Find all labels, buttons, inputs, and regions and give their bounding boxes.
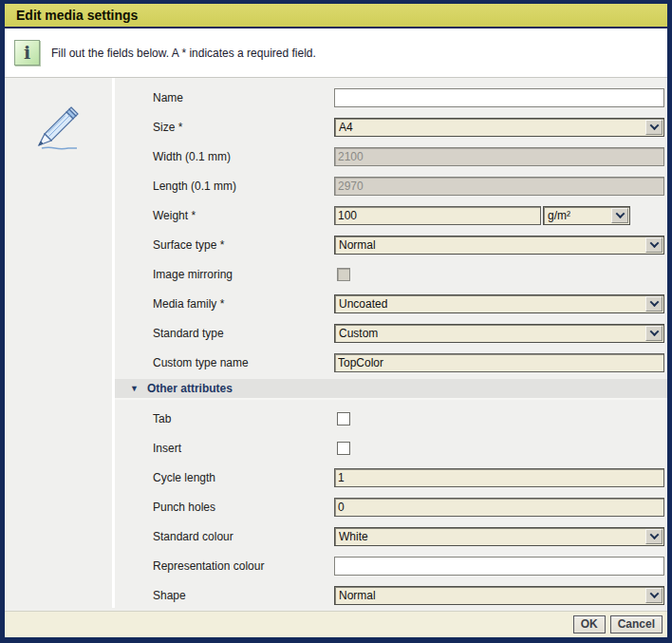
info-text: Fill out the fields below. A * indicates… bbox=[51, 47, 316, 60]
dialog-titlebar: Edit media settings bbox=[5, 4, 667, 28]
sidebar bbox=[5, 78, 115, 608]
representation-colour-input[interactable] bbox=[334, 557, 664, 576]
chevron-down-icon bbox=[649, 327, 659, 336]
tab-checkbox[interactable] bbox=[337, 412, 350, 426]
standard-colour-select[interactable]: White bbox=[334, 527, 664, 546]
other-attributes-title: Other attributes bbox=[147, 382, 233, 395]
field-row-length: Length (0.1 mm) bbox=[115, 171, 667, 200]
media-family-label: Media family * bbox=[115, 297, 334, 311]
edit-media-settings-dialog: Edit media settings i Fill out the field… bbox=[0, 0, 672, 643]
form-area: Name Size * A4 Width (0.1 mm) Length (0.… bbox=[115, 78, 667, 608]
standard-type-select-button[interactable] bbox=[645, 326, 663, 341]
representation-colour-label: Representation colour bbox=[115, 559, 334, 573]
media-family-value: Uncoated bbox=[339, 297, 387, 311]
custom-type-name-label: Custom type name bbox=[115, 356, 334, 369]
weight-unit-value: g/m² bbox=[548, 209, 570, 222]
shape-value: Normal bbox=[339, 589, 376, 602]
media-family-select-button[interactable] bbox=[645, 296, 663, 312]
weight-unit-select-button[interactable] bbox=[611, 208, 628, 223]
weight-unit-select[interactable]: g/m² bbox=[543, 206, 630, 225]
image-mirroring-label: Image mirroring bbox=[115, 268, 334, 281]
dialog-footer: OK Cancel bbox=[5, 611, 667, 637]
width-label: Width (0.1 mm) bbox=[115, 150, 334, 163]
name-label: Name bbox=[115, 91, 334, 104]
chevron-down-icon bbox=[649, 589, 659, 598]
other-attributes-header[interactable]: ▼ Other attributes bbox=[115, 379, 667, 400]
shape-label: Shape bbox=[115, 589, 334, 602]
image-mirroring-checkbox bbox=[337, 268, 350, 281]
standard-type-label: Standard type bbox=[115, 327, 334, 340]
field-row-insert: Insert bbox=[115, 433, 667, 463]
surface-type-label: Surface type * bbox=[115, 238, 334, 252]
width-input bbox=[334, 147, 664, 166]
cycle-length-input[interactable] bbox=[334, 468, 664, 487]
field-row-cycle-length: Cycle length bbox=[115, 463, 667, 492]
dialog-body: Name Size * A4 Width (0.1 mm) Length (0.… bbox=[5, 78, 667, 608]
size-select-button[interactable] bbox=[645, 120, 663, 135]
standard-type-value: Custom bbox=[339, 327, 378, 340]
insert-checkbox[interactable] bbox=[337, 442, 350, 455]
field-row-standard-colour: Standard colour White bbox=[115, 521, 667, 551]
page-title: Edit media settings bbox=[16, 8, 138, 23]
chevron-down-icon bbox=[649, 121, 659, 130]
standard-colour-select-button[interactable] bbox=[645, 529, 663, 544]
ok-button[interactable]: OK bbox=[573, 615, 606, 634]
field-row-weight: Weight * g/m² bbox=[115, 200, 667, 230]
weight-label: Weight * bbox=[115, 209, 334, 222]
size-label: Size * bbox=[115, 121, 334, 134]
cancel-button[interactable]: Cancel bbox=[610, 615, 663, 634]
field-row-standard-type: Standard type Custom bbox=[115, 318, 667, 348]
size-select-value: A4 bbox=[339, 121, 353, 134]
chevron-down-icon bbox=[649, 297, 659, 307]
field-row-image-mirroring: Image mirroring bbox=[115, 259, 667, 289]
collapse-triangle-icon: ▼ bbox=[130, 384, 139, 393]
insert-label: Insert bbox=[115, 442, 334, 455]
punch-holes-input[interactable] bbox=[334, 498, 664, 517]
length-input bbox=[334, 177, 664, 196]
standard-type-select[interactable]: Custom bbox=[334, 324, 664, 343]
chevron-down-icon bbox=[649, 530, 659, 539]
field-row-shape: Shape Normal bbox=[115, 580, 667, 608]
weight-input[interactable] bbox=[334, 206, 541, 225]
field-row-custom-type-name: Custom type name bbox=[115, 348, 667, 377]
info-banner: i Fill out the fields below. A * indicat… bbox=[5, 28, 667, 78]
name-input[interactable] bbox=[334, 88, 664, 107]
shape-select-button[interactable] bbox=[645, 588, 663, 603]
standard-colour-value: White bbox=[339, 530, 368, 543]
standard-colour-label: Standard colour bbox=[115, 530, 334, 543]
tab-label: Tab bbox=[115, 412, 334, 426]
field-row-surface-type: Surface type * Normal bbox=[115, 230, 667, 259]
field-row-tab: Tab bbox=[115, 404, 667, 433]
shape-select[interactable]: Normal bbox=[334, 586, 664, 605]
info-icon: i bbox=[14, 40, 40, 66]
field-row-punch-holes: Punch holes bbox=[115, 492, 667, 521]
pencil-icon bbox=[29, 101, 88, 165]
surface-type-select-button[interactable] bbox=[645, 237, 663, 253]
size-select[interactable]: A4 bbox=[334, 118, 664, 137]
surface-type-select[interactable]: Normal bbox=[334, 236, 664, 255]
field-row-width: Width (0.1 mm) bbox=[115, 142, 667, 171]
field-row-name: Name bbox=[115, 83, 667, 112]
chevron-down-icon bbox=[615, 209, 625, 218]
custom-type-name-input[interactable] bbox=[334, 353, 664, 372]
field-row-size: Size * A4 bbox=[115, 112, 667, 142]
punch-holes-label: Punch holes bbox=[115, 501, 334, 514]
field-row-media-family: Media family * Uncoated bbox=[115, 289, 667, 318]
cycle-length-label: Cycle length bbox=[115, 471, 334, 484]
surface-type-value: Normal bbox=[339, 238, 376, 252]
length-label: Length (0.1 mm) bbox=[115, 180, 334, 193]
media-family-select[interactable]: Uncoated bbox=[334, 294, 664, 313]
chevron-down-icon bbox=[649, 238, 659, 248]
field-row-representation-colour: Representation colour bbox=[115, 551, 667, 580]
